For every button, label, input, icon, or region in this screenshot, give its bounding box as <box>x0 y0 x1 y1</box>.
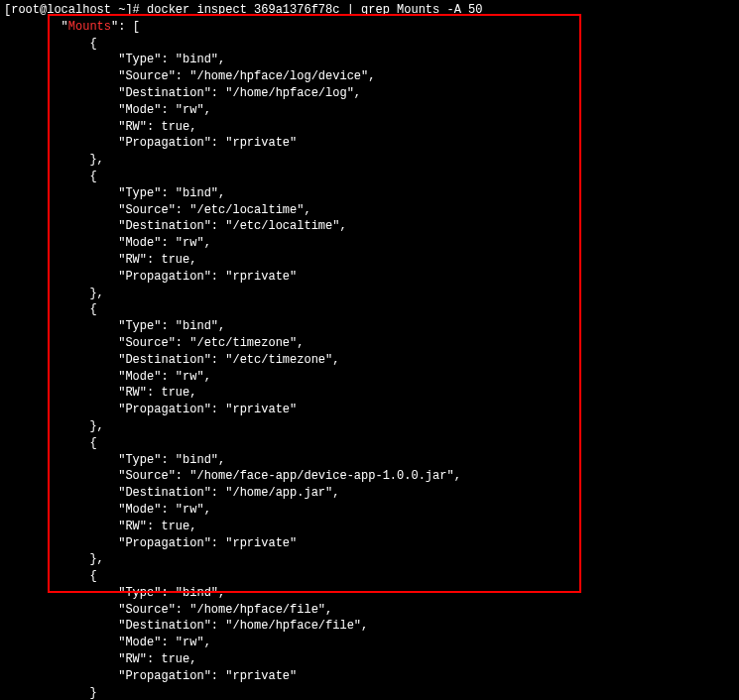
mount1-dest: "Destination": "/home/hpface/log", <box>4 85 735 102</box>
mount2-prop: "Propagation": "rprivate" <box>4 269 735 286</box>
mount3-type: "Type": "bind", <box>4 318 735 335</box>
mount2-close: }, <box>4 286 735 302</box>
mount1-close: }, <box>4 152 735 169</box>
mount1-open: { <box>4 36 735 53</box>
mount4-open: { <box>4 435 735 452</box>
mount5-open: { <box>4 568 735 585</box>
mount4-mode: "Mode": "rw", <box>4 502 735 519</box>
mount2-type: "Type": "bind", <box>4 185 735 202</box>
command-prompt-line: [root@localhost ~]# docker inspect 369a1… <box>4 2 735 19</box>
mount4-dest: "Destination": "/home/app.jar", <box>4 485 735 502</box>
spacing: " <box>4 20 68 34</box>
mounts-key: Mounts <box>68 20 111 34</box>
mount3-dest: "Destination": "/etc/timezone", <box>4 352 735 369</box>
terminal-window[interactable]: [root@localhost ~]# docker inspect 369a1… <box>0 0 739 700</box>
mount5-mode: "Mode": "rw", <box>4 635 735 651</box>
mount5-prop: "Propagation": "rprivate" <box>4 668 735 685</box>
mount4-source: "Source": "/home/face-app/device-app-1.0… <box>4 468 735 485</box>
mount5-dest: "Destination": "/home/hpface/file", <box>4 618 735 635</box>
mount4-close: }, <box>4 551 735 568</box>
mount4-prop: "Propagation": "rprivate" <box>4 535 735 552</box>
mount5-close: } <box>4 685 735 700</box>
mount4-type: "Type": "bind", <box>4 452 735 469</box>
mount3-open: { <box>4 301 735 318</box>
mount2-open: { <box>4 169 735 185</box>
mount4-rw: "RW": true, <box>4 519 735 535</box>
mount2-mode: "Mode": "rw", <box>4 235 735 252</box>
mount1-rw: "RW": true, <box>4 119 735 136</box>
mount3-mode: "Mode": "rw", <box>4 369 735 386</box>
mount1-mode: "Mode": "rw", <box>4 102 735 119</box>
mount1-source: "Source": "/home/hpface/log/device", <box>4 68 735 85</box>
mount5-type: "Type": "bind", <box>4 585 735 602</box>
mount3-prop: "Propagation": "rprivate" <box>4 402 735 418</box>
mount3-rw: "RW": true, <box>4 385 735 402</box>
mount2-dest: "Destination": "/etc/localtime", <box>4 218 735 235</box>
mount5-rw: "RW": true, <box>4 651 735 668</box>
mount5-source: "Source": "/home/hpface/file", <box>4 602 735 619</box>
mount2-rw: "RW": true, <box>4 252 735 269</box>
mounts-tail: ": [ <box>111 20 140 34</box>
mount1-prop: "Propagation": "rprivate" <box>4 135 735 152</box>
mount3-source: "Source": "/etc/timezone", <box>4 335 735 352</box>
mounts-open: "Mounts": [ <box>4 19 735 36</box>
mount2-source: "Source": "/etc/localtime", <box>4 202 735 219</box>
mount1-type: "Type": "bind", <box>4 52 735 68</box>
mount3-close: }, <box>4 418 735 435</box>
